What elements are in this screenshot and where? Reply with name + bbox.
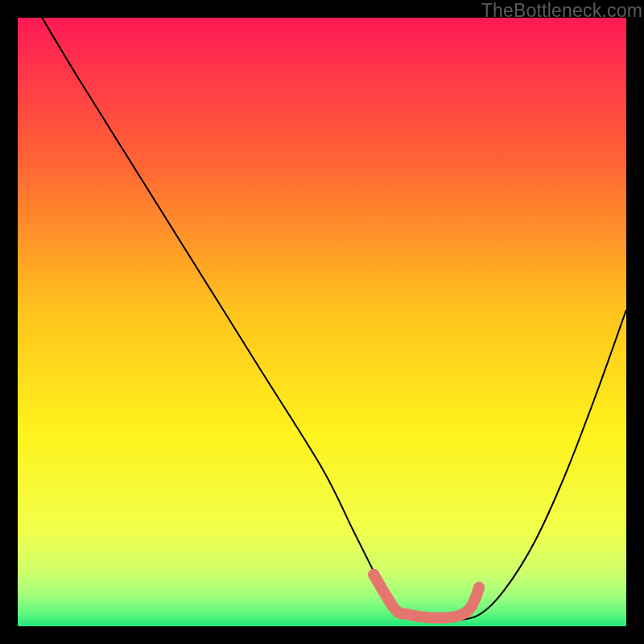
chart-svg [18, 18, 626, 626]
highlight-dot [368, 569, 379, 580]
watermark-text: TheBottleneck.com [481, 0, 642, 22]
gradient-background [18, 18, 626, 626]
chart-frame [18, 18, 626, 626]
